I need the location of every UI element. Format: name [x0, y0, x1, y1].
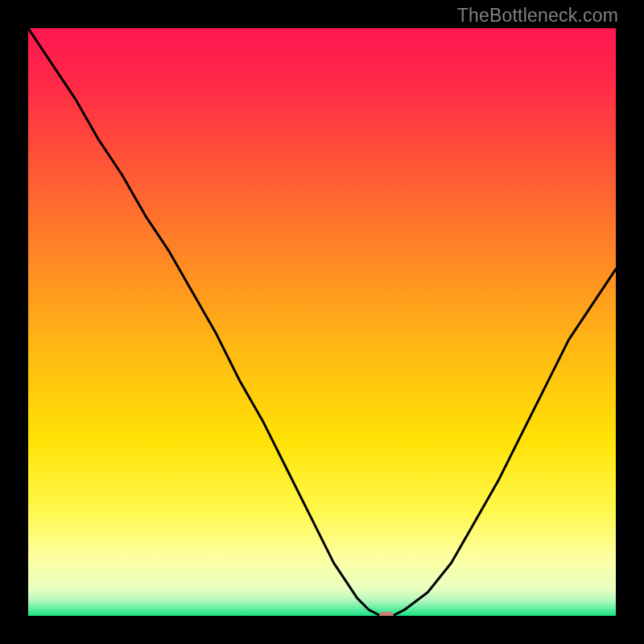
optimal-marker [379, 612, 394, 616]
bottleneck-curve [28, 28, 616, 616]
plot-area [28, 28, 616, 616]
chart-frame: TheBottleneck.com [0, 0, 644, 644]
watermark-text: TheBottleneck.com [457, 5, 618, 27]
